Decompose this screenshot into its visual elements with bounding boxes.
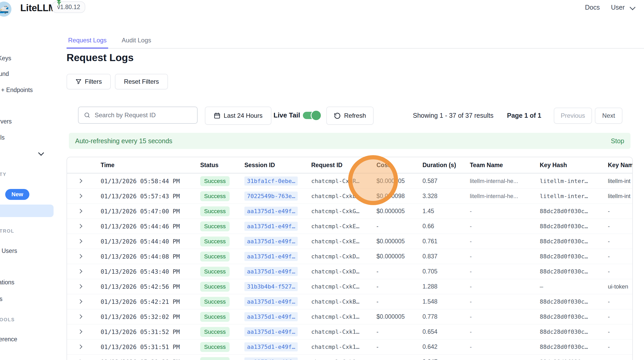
cell-time: 01/13/2026 05:32:02 PM [101,313,200,320]
sidebar-item[interactable]: s [0,296,3,303]
cell-key-hash: 88dc28d0f030c… [540,344,608,350]
cell-session-id-value[interactable]: aa1375d1-e49f… [244,237,298,246]
sidebar-item[interactable]: und [0,70,9,77]
sidebar-collapse-chevron-icon[interactable] [38,150,44,156]
cell-cost: - [376,358,422,360]
user-chevron-down-icon[interactable] [630,4,636,10]
cell-session-id-value[interactable]: 7022549b-763e… [244,192,298,201]
cell-status-value: Success [200,191,230,201]
cell-session-id-value[interactable]: aa1375d1-e49f… [244,342,298,351]
table-row: 01/13/2026 05:32:02 PMSuccessaa1375d1-e4… [67,309,632,324]
cell-team-name: - [470,298,540,305]
reset-filters-label: Reset Filters [124,78,159,85]
sidebar-section-header: TROL [0,228,14,234]
cell-request-id: chatcmpl-CxkG… [311,208,376,214]
sidebar-item[interactable]: + Endpoints [1,87,33,94]
cell-time: 01/13/2026 05:31:38 PM [101,359,200,360]
cell-key-name: - [608,268,633,275]
table-row: 01/13/2026 05:57:43 PMSuccess7022549b-76… [67,188,632,204]
search-input[interactable] [94,111,189,119]
cell-duration: 0.647 [422,358,470,360]
sidebar-item[interactable]: Users [2,247,17,254]
cell-duration: 0.642 [422,343,470,350]
auto-refresh-message: Auto-refreshing every 15 seconds [75,137,172,145]
row-expand-chevron-icon[interactable] [67,284,101,289]
cell-status: Success [200,267,244,277]
cell-cost: - [376,328,422,335]
filters-button[interactable]: Filters [67,74,111,89]
cell-duration: 0.66 [422,223,470,230]
tab-request-logs[interactable]: Request Logs [67,36,108,49]
cell-time: 01/13/2026 05:31:52 PM [101,329,200,335]
sidebar-item[interactable]: Keys [0,55,11,62]
row-expand-chevron-icon[interactable] [67,239,101,244]
row-expand-chevron-icon[interactable] [67,269,101,274]
cell-session-id-value[interactable]: aa1375d1-e49f… [244,297,298,306]
reset-filters-button[interactable]: Reset Filters [115,74,168,89]
row-expand-chevron-icon[interactable] [67,209,101,214]
cell-request-id: chatcmpl-CxkR… [311,178,376,184]
cell-key-name: litellm-int [608,193,633,200]
row-expand-chevron-icon[interactable] [67,345,101,349]
tab-bar: Request Logs Audit Logs [67,36,644,49]
sidebar-item-selected[interactable] [0,205,54,217]
cell-key-name: - [608,223,633,230]
time-range-button[interactable]: Last 24 Hours [205,107,271,125]
live-tail-toggle[interactable] [303,112,320,119]
cell-status-value: Success [200,297,230,307]
row-expand-chevron-icon[interactable] [67,194,101,199]
cell-session-id-value[interactable]: aa1375d1-e49f… [244,252,298,261]
cell-key-name: - [608,238,633,245]
previous-page-button[interactable]: Previous [554,108,592,124]
cell-duration: 0.654 [422,328,470,335]
cell-status: Success [200,357,244,360]
sidebar-item[interactable]: erence [0,336,17,343]
cell-cost: $0.000005 [376,238,422,245]
row-expand-chevron-icon[interactable] [67,224,101,229]
sidebar-item[interactable]: rvers [0,118,12,125]
new-feature-badge: New [5,189,29,200]
row-expand-chevron-icon[interactable] [67,299,101,304]
cell-request-id: chatcmpl-CxkD… [311,253,376,260]
tab-audit-logs[interactable]: Audit Logs [120,36,153,48]
cell-key-name: ui-token [608,283,633,290]
cell-team-name: - [470,208,540,215]
row-expand-chevron-icon[interactable] [67,330,101,334]
cell-cost: - [376,343,422,350]
column-header-time: Time [101,162,200,169]
auto-refresh-banner: Auto-refreshing every 15 seconds Stop [69,133,630,149]
cell-session-id-value[interactable]: aa1375d1-e49f… [244,312,298,321]
docs-link[interactable]: Docs [585,4,600,11]
cell-session-id-value[interactable]: aa1375d1-e49f… [244,207,298,216]
cell-cost: $0.000098 [376,193,422,200]
cell-session-id-value[interactable]: 31bfa1cf-0ebe… [244,176,298,186]
cell-request-id: chatcmpl-Cxk1… [311,313,376,320]
search-box [78,107,198,124]
row-expand-chevron-icon[interactable] [67,179,101,184]
cell-duration: 0.837 [422,253,470,260]
cell-key-hash: 88dc28d0f030c… [540,313,608,320]
live-tail-label: Live Tail [274,111,300,119]
cell-team-name: litellm-internal-he... [470,178,540,185]
cell-session-id-value[interactable]: aa1375d1-e49f… [244,357,298,360]
refresh-button[interactable]: Refresh [326,107,374,125]
cell-time: 01/13/2026 05:47:00 PM [101,208,200,215]
sidebar-item[interactable]: ils [0,134,5,141]
sidebar-item[interactable]: ations [0,279,14,286]
user-menu[interactable]: User [611,4,625,11]
cell-session-id-value[interactable]: 31b3b4b4-f527… [244,282,298,291]
cell-request-id: chatcmpl-CxkB… [311,298,376,305]
row-expand-chevron-icon[interactable] [67,254,101,259]
cell-session-id-value[interactable]: aa1375d1-e49f… [244,327,298,336]
next-page-label: Next [602,112,615,119]
cell-session-id-value[interactable]: aa1375d1-e49f… [244,222,298,231]
cell-status: Success [200,342,244,352]
cell-session-id-value[interactable]: aa1375d1-e49f… [244,267,298,276]
next-page-button[interactable]: Next [595,108,622,124]
calendar-icon [214,112,220,119]
row-expand-chevron-icon[interactable] [67,315,101,319]
stop-auto-refresh-link[interactable]: Stop [611,137,624,145]
cell-request-id: chatcmpl-Cxk1… [311,359,376,360]
table-header-row: TimeStatusSession IDRequest IDCostDurati… [67,157,632,173]
cell-time: 01/13/2026 05:42:56 PM [101,283,200,290]
